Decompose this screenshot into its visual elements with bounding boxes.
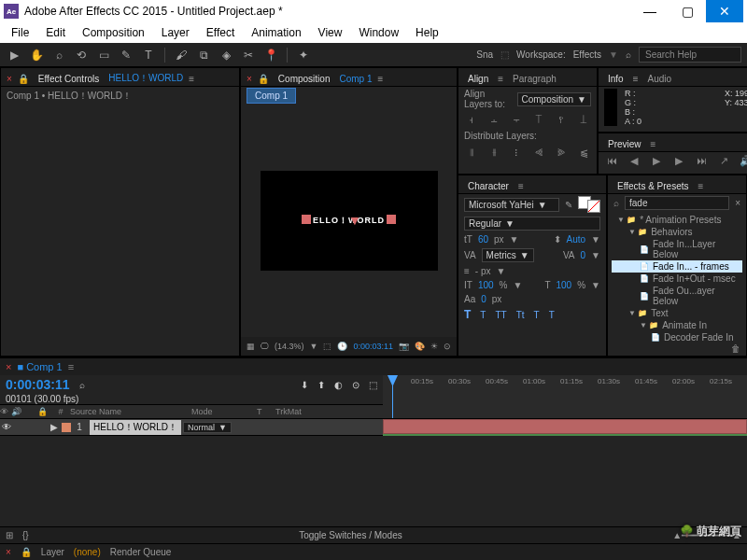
tab-composition[interactable]: Composition	[275, 72, 334, 86]
text-tool[interactable]: T	[140, 47, 157, 63]
brush-tool[interactable]: 🖌	[173, 47, 190, 63]
play-icon[interactable]: ▶	[649, 154, 664, 167]
clone-tool[interactable]: ⧉	[195, 47, 212, 63]
zoom-level[interactable]: (14.3%)	[275, 342, 304, 351]
close-timeline-icon[interactable]: ×	[6, 361, 11, 372]
dist-icon[interactable]: ⫹	[576, 146, 591, 159]
timeline-search[interactable]: ⌕	[79, 380, 85, 390]
italic-icon[interactable]: T	[480, 310, 486, 320]
preset-search[interactable]: fade	[625, 196, 729, 210]
menu-help[interactable]: Help	[408, 24, 446, 41]
eyedropper-icon[interactable]: ✎	[565, 200, 572, 210]
align-top-icon[interactable]: ⟙	[531, 113, 546, 126]
first-frame-icon[interactable]: ⏮	[604, 154, 619, 167]
preset-item[interactable]: ▼ 📁 Text	[612, 307, 742, 319]
rect-tool[interactable]: ▭	[95, 47, 112, 63]
font-style-dropdown[interactable]: Regular▼	[464, 217, 600, 231]
loop-icon[interactable]: ↗	[716, 154, 731, 167]
tab-align[interactable]: Align	[464, 72, 492, 86]
menu-effect[interactable]: Effect	[199, 24, 242, 41]
close-panel-icon[interactable]: ×	[7, 74, 12, 84]
menu-animation[interactable]: Animation	[244, 24, 308, 41]
dist-icon[interactable]: ⫵	[486, 146, 501, 159]
preset-item[interactable]: 📄 Fade In...Layer Below	[612, 238, 742, 260]
tab-character[interactable]: Character	[464, 179, 513, 193]
search-help[interactable]: Search Help	[639, 47, 741, 63]
layer-name[interactable]: HELLO！WORLD！	[90, 420, 181, 435]
tl-icon[interactable]: ◐	[334, 380, 343, 390]
timeline-comp-tab[interactable]: ■ Comp 1	[17, 361, 62, 372]
menu-edit[interactable]: Edit	[38, 24, 73, 41]
dist-icon[interactable]: ⫴	[464, 146, 479, 159]
composition-viewer[interactable]: ELLO！WORLD ▼	[241, 105, 457, 337]
timeline-time[interactable]: 0:00:03:11	[6, 377, 70, 392]
pen-tool[interactable]: ✎	[118, 47, 134, 63]
toggle-icon[interactable]: {}	[22, 530, 29, 540]
preset-item[interactable]: ▼ 📁 Animate In	[612, 319, 742, 331]
clear-search-icon[interactable]: ×	[735, 198, 740, 208]
tl-icon[interactable]: ⬇	[301, 380, 308, 390]
menu-composition[interactable]: Composition	[75, 24, 152, 41]
super-icon[interactable]: T	[534, 310, 540, 320]
smallcaps-icon[interactable]: Tt	[516, 310, 525, 320]
font-size[interactable]: 60	[478, 234, 488, 245]
stroke-swatch[interactable]	[587, 200, 600, 213]
tl-icon[interactable]: ⬆	[317, 380, 325, 390]
caps-icon[interactable]: TT	[495, 310, 506, 320]
menu-view[interactable]: View	[311, 24, 350, 41]
comp-tab[interactable]: Comp 1	[247, 88, 296, 104]
dist-icon[interactable]: ⫷	[531, 146, 546, 159]
playhead[interactable]	[392, 375, 393, 418]
render-queue-tab[interactable]: Render Queue	[110, 547, 172, 557]
panel-menu-icon[interactable]: ≡	[377, 74, 383, 84]
panel-menu-icon[interactable]: ≡	[189, 74, 194, 84]
dist-icon[interactable]: ⫸	[554, 146, 569, 159]
layer-duration-bar[interactable]	[383, 419, 747, 434]
axis-tool[interactable]: ✦	[295, 47, 312, 63]
color-icon[interactable]: 🎨	[415, 342, 425, 351]
close-button[interactable]: ✕	[706, 0, 743, 22]
res-icon[interactable]: ⬚	[323, 342, 331, 351]
dist-icon[interactable]: ⫶	[509, 146, 524, 159]
preset-item[interactable]: 📄 Fade In+Out - msec	[612, 273, 742, 285]
zoom-tool[interactable]: ⌕	[50, 47, 67, 63]
menu-file[interactable]: File	[4, 24, 36, 41]
trash-icon[interactable]: 🗑	[608, 342, 746, 356]
tab-effect-controls[interactable]: Effect Controls	[35, 72, 103, 86]
next-frame-icon[interactable]: ▶	[671, 154, 686, 167]
mute-icon[interactable]: 🔊	[739, 154, 747, 167]
toggle-switches[interactable]: Toggle Switches / Modes	[38, 530, 664, 540]
monitor-icon[interactable]: 🖵	[261, 342, 269, 351]
align-bottom-icon[interactable]: ⟘	[576, 113, 591, 126]
current-time[interactable]: 0:00:03:11	[353, 342, 393, 351]
blend-mode-dropdown[interactable]: Normal▼	[183, 422, 232, 433]
preset-item[interactable]: 📄 Decoder Fade In	[612, 331, 742, 342]
tl-icon[interactable]: ⬚	[369, 380, 377, 390]
timeline-layer-row[interactable]: 👁 ▶ 1 HELLO！WORLD！ Normal▼	[0, 419, 383, 436]
orbit-tool[interactable]: ⟲	[73, 47, 90, 63]
leading-value[interactable]: Auto	[567, 234, 586, 245]
minimize-button[interactable]: —	[631, 0, 669, 22]
preset-item[interactable]: ▼ 📁 Behaviors	[612, 226, 742, 238]
snap-toggle[interactable]: Sna	[476, 49, 493, 60]
maximize-button[interactable]: ▢	[669, 0, 706, 22]
tab-preview[interactable]: Preview	[604, 137, 645, 151]
time-ruler[interactable]: 00:15s 00:30s 00:45s 01:00s 01:15s 01:30…	[383, 375, 747, 419]
menu-layer[interactable]: Layer	[154, 24, 197, 41]
lock-icon[interactable]: 🔒	[258, 74, 269, 84]
close-comp-icon[interactable]: ×	[247, 74, 252, 84]
preset-item[interactable]: ▼ 📁 * Animation Presets	[612, 214, 742, 226]
font-dropdown[interactable]: Microsoft YaHei▼	[464, 198, 559, 212]
vscale[interactable]: 100	[478, 280, 494, 290]
text-layer[interactable]: ELLO！WORLD ▼	[313, 215, 385, 227]
selection-tool[interactable]: ▶	[6, 47, 22, 63]
stroke-px[interactable]: - px	[475, 266, 491, 276]
preset-item[interactable]: 📄 Fade Ou...ayer Below	[612, 285, 742, 307]
hscale[interactable]: 100	[557, 280, 572, 290]
toggle-icon[interactable]: ⊞	[6, 530, 13, 540]
lock-icon[interactable]: 🔒	[18, 74, 29, 84]
tab-effects-presets[interactable]: Effects & Presets	[613, 179, 693, 193]
pin-tool[interactable]: 📍	[262, 47, 279, 63]
prev-frame-icon[interactable]: ◀	[627, 154, 641, 167]
hand-tool[interactable]: ✋	[28, 47, 45, 63]
